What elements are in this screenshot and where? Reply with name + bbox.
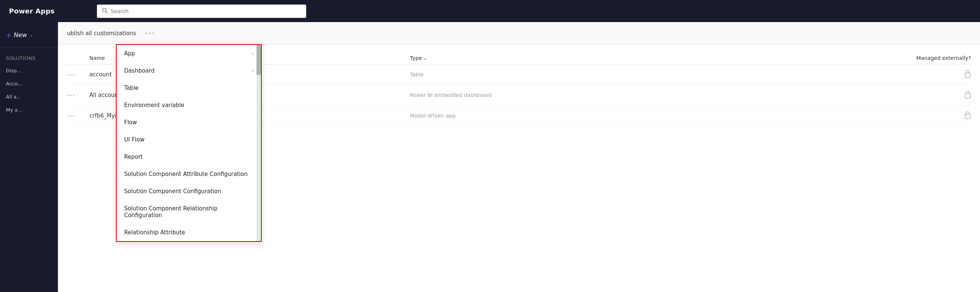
header-type: Type ⌄	[410, 55, 730, 61]
publish-label: ublish all customizations	[67, 30, 136, 37]
top-header: Power Apps	[0, 0, 980, 22]
sort-icon[interactable]: ⌄	[424, 56, 427, 61]
lock-icon-2	[964, 90, 971, 99]
plus-icon: +	[6, 31, 11, 39]
sidebar-item-disp[interactable]: Disp...	[0, 64, 58, 77]
menu-item-relattr-label: Relationship Attribute	[124, 229, 185, 236]
menu-item-uiflow[interactable]: UI Flow	[117, 131, 261, 148]
menu-item-envvar[interactable]: Environment variable	[117, 97, 261, 114]
header-type-label: Type	[410, 55, 422, 61]
sidebar-nav-items: Disp... Acco... All a... My a...	[0, 64, 58, 116]
solutions-label: Solutions	[0, 48, 58, 64]
menu-item-scac[interactable]: Solution Component Attribute Configurati…	[117, 166, 261, 183]
menu-item-dashboard[interactable]: Dashboard ›	[117, 62, 261, 79]
dropdown-menu: App › Dashboard › Table Environment vari…	[116, 44, 262, 242]
menu-item-scrc-label: Solution Component Relationship Configur…	[124, 205, 253, 219]
menu-item-scc[interactable]: Solution Component Configuration	[117, 183, 261, 200]
lock-icon-3	[964, 111, 971, 119]
sidebar: + New ⌄ Solutions Disp... Acco... All a.…	[0, 22, 58, 292]
menu-item-report[interactable]: Report	[117, 148, 261, 166]
chevron-down-icon: ⌄	[29, 32, 33, 37]
search-box[interactable]	[97, 5, 306, 18]
content-area: ublish all customizations ··· Name Type …	[58, 22, 980, 292]
svg-rect-4	[965, 114, 970, 119]
header-managed: Managed externally?	[730, 55, 971, 61]
menu-item-app[interactable]: App ›	[117, 45, 261, 62]
brand-logo: Power Apps	[9, 7, 54, 15]
menu-item-table[interactable]: Table	[117, 79, 261, 97]
menu-item-scac-label: Solution Component Attribute Configurati…	[124, 171, 248, 177]
row-type-3: Model-driven app	[410, 113, 730, 119]
svg-rect-2	[965, 73, 970, 78]
arrow-right-icon-dashboard: ›	[251, 68, 253, 73]
row-managed-3	[730, 111, 971, 121]
search-area	[89, 0, 980, 22]
scrollbar-thumb[interactable]	[256, 45, 261, 75]
sidebar-item-acco[interactable]: Acco...	[0, 77, 58, 90]
menu-item-app-label: App	[124, 50, 135, 57]
new-button[interactable]: + New ⌄	[0, 22, 58, 48]
main-layout: + New ⌄ Solutions Disp... Acco... All a.…	[0, 22, 980, 292]
menu-item-dashboard-label: Dashboard	[124, 67, 154, 74]
more-options-icon[interactable]: ···	[142, 27, 159, 39]
menu-item-table-label: Table	[124, 85, 139, 91]
row-dots-3[interactable]: ···	[67, 112, 89, 120]
menu-item-scrc[interactable]: Solution Component Relationship Configur…	[117, 200, 261, 224]
menu-item-uiflow-label: UI Flow	[124, 136, 144, 143]
arrow-right-icon: ›	[251, 51, 253, 56]
row-dots-2[interactable]: ···	[67, 91, 89, 99]
search-icon	[102, 8, 108, 15]
sidebar-item-mya[interactable]: My a...	[0, 103, 58, 116]
new-button-label: New	[14, 32, 27, 38]
menu-item-scc-label: Solution Component Configuration	[124, 188, 221, 195]
row-managed-2	[730, 90, 971, 100]
svg-rect-3	[965, 94, 970, 98]
row-type-2: Power BI embedded dashboard	[410, 92, 730, 98]
search-input[interactable]	[111, 8, 301, 14]
row-dots-1[interactable]: ···	[67, 71, 89, 78]
menu-item-envvar-label: Environment variable	[124, 102, 185, 109]
row-managed-1	[730, 70, 971, 79]
menu-item-relattr[interactable]: Relationship Attribute	[117, 224, 261, 241]
sidebar-item-alla[interactable]: All a...	[0, 90, 58, 103]
menu-item-report-label: Report	[124, 153, 143, 160]
menu-item-flow[interactable]: Flow	[117, 114, 261, 131]
lock-icon-1	[964, 70, 971, 78]
svg-line-1	[106, 11, 107, 13]
toolbar: ublish all customizations ···	[58, 22, 980, 45]
menu-item-flow-label: Flow	[124, 119, 137, 126]
brand-area: Power Apps	[0, 0, 89, 22]
row-type-1: Table	[410, 72, 730, 78]
scrollbar-track[interactable]	[256, 45, 261, 241]
